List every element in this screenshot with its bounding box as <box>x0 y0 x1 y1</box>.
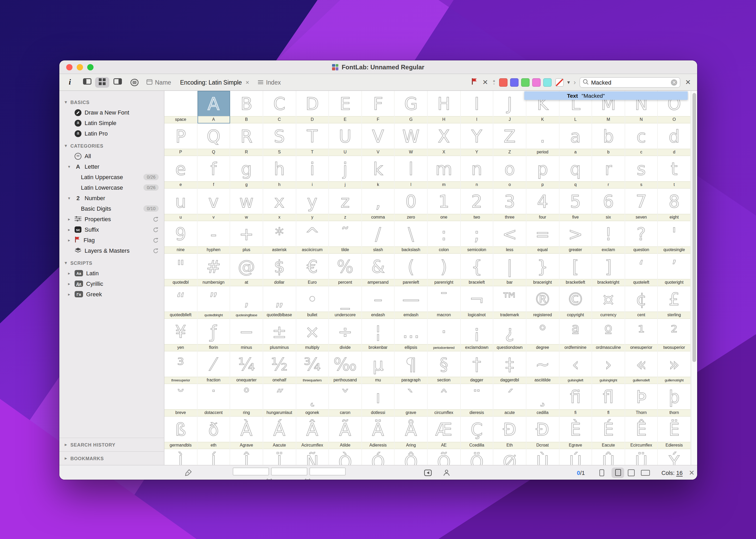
glyph-cell-Idieresis[interactable]: ÏIdieresis <box>263 449 296 465</box>
glyph-cell-e[interactable]: ee <box>164 156 197 189</box>
glyph-cell-onehalf[interactable]: ½onehalf <box>263 351 296 384</box>
columns-control[interactable]: Cols: 16 <box>661 469 683 476</box>
sidebar-item-layers-masters[interactable]: Layers & Masters <box>59 245 164 256</box>
glyph-cell-Thorn[interactable]: ÞThorn <box>625 384 658 417</box>
glyph-cell-mu[interactable]: µmu <box>362 351 395 384</box>
glyph-cell-florin[interactable]: ƒflorin <box>197 319 230 351</box>
glyph-cell-Ocircumflex[interactable]: ÔOcircumflex <box>395 449 428 465</box>
glyph-cell-dagger[interactable]: †dagger <box>461 351 493 384</box>
glyph-cell-four[interactable]: 4four <box>526 189 559 221</box>
glyph-cell-Acircumflex[interactable]: ÂAcircumflex <box>296 417 329 449</box>
glyph-cell-Y[interactable]: YY <box>461 123 493 156</box>
section-basics[interactable]: ▾ BASICS <box>59 97 164 107</box>
glyph-cell-numbersign[interactable]: #numbersign <box>197 254 230 286</box>
glyph-cell-guillemotright[interactable]: »guillemotright <box>658 351 691 384</box>
glyph-cell-l[interactable]: ll <box>395 156 428 189</box>
glyph-cell-B[interactable]: BB <box>230 91 263 123</box>
glyph-cell-bracketright[interactable]: ]bracketright <box>592 254 625 286</box>
glyph-cell-quoteright[interactable]: ’quoteright <box>658 254 691 286</box>
glyph-cell-backslash[interactable]: \backslash <box>395 221 428 254</box>
glyph-cell-two[interactable]: 2two <box>461 189 493 221</box>
glyph-cell-grave[interactable]: `grave <box>395 384 428 417</box>
glyph-cell-dotaccent[interactable]: ˙dotaccent <box>197 384 230 417</box>
glyph-cell-fl[interactable]: ﬂfl <box>592 384 625 417</box>
glyph-cell-slash[interactable]: /slash <box>362 221 395 254</box>
refresh-icon[interactable] <box>153 227 159 232</box>
glyph-cell-exclamdown[interactable]: ¡exclamdown <box>461 319 493 351</box>
glyph-cell-a[interactable]: aa <box>559 123 592 156</box>
glyph-cell-asterisk[interactable]: *asterisk <box>263 221 296 254</box>
glyph-cell-germandbls[interactable]: ßgermandbls <box>164 417 197 449</box>
sidebar-item-flag[interactable]: ▸ Flag <box>59 235 164 245</box>
glyph-cell-exclam[interactable]: !exclam <box>592 221 625 254</box>
sidebar-item-suffix[interactable]: ▸ sc Suffix <box>59 224 164 235</box>
glyph-cell-yen[interactable]: ¥yen <box>164 319 197 351</box>
glyph-cell-Edieresis[interactable]: ËEdieresis <box>658 417 691 449</box>
glyph-cell-Ucircumflex[interactable]: ÛUcircumflex <box>592 449 625 465</box>
glyph-cell-percent[interactable]: %percent <box>329 254 362 286</box>
glyph-cell-breve[interactable]: ˘breve <box>164 384 197 417</box>
tab-name[interactable]: Name <box>144 76 173 88</box>
minimize-window-button[interactable] <box>77 64 83 70</box>
glyph-cell-quoteleft[interactable]: ‘quoteleft <box>625 254 658 286</box>
glyph-cell-Ccedilla[interactable]: ÇCcedilla <box>461 417 493 449</box>
glyph-cell-plusminus[interactable]: ±plusminus <box>263 319 296 351</box>
glyph-cell-Ntilde[interactable]: ÑNtilde <box>296 449 329 465</box>
glyph-cell-Oacute[interactable]: ÓOacute <box>362 449 395 465</box>
glyph-cell-n[interactable]: nn <box>461 156 493 189</box>
glyph-cell-m[interactable]: mm <box>428 156 461 189</box>
glyph-cell-D[interactable]: DD <box>296 91 329 123</box>
section-scripts[interactable]: ▾ SCRIPTS <box>59 258 164 268</box>
glyph-cell-semicolon[interactable]: ;semicolon <box>461 221 493 254</box>
glyph-cell-hungarumlaut[interactable]: ˝hungarumlaut <box>263 384 296 417</box>
glyph-cell-quotedbl[interactable]: "quotedbl <box>164 254 197 286</box>
view-size-large-button[interactable] <box>628 469 635 476</box>
section-search-history[interactable]: ▸ SEARCH HISTORY <box>59 438 164 451</box>
glyph-cell-Uacute[interactable]: ÚUacute <box>559 449 592 465</box>
glyph-cell-greater[interactable]: >greater <box>559 221 592 254</box>
glyph-cell-k[interactable]: kk <box>362 156 395 189</box>
glyph-cell-section[interactable]: §section <box>428 351 461 384</box>
glyph-cell-bar[interactable]: |bar <box>493 254 526 286</box>
color-swatch[interactable] <box>510 78 518 86</box>
glyph-cell-Euro[interactable]: €Euro <box>296 254 329 286</box>
glyph-cell-six[interactable]: 6six <box>592 189 625 221</box>
glyph-cell-g[interactable]: gg <box>230 156 263 189</box>
glyph-cell-ring[interactable]: ˚ring <box>230 384 263 417</box>
glyph-cell-divide[interactable]: ÷divide <box>329 319 362 351</box>
glyph-cell-Dcroat[interactable]: ĐDcroat <box>526 417 559 449</box>
glyph-cell-t[interactable]: tt <box>658 156 691 189</box>
preview-person-icon[interactable] <box>443 469 450 476</box>
sidebar-item-cyrillic-script[interactable]: ▸ Дд Cyrillic <box>59 278 164 289</box>
zoom-window-button[interactable] <box>87 64 94 70</box>
glyph-cell-comma[interactable]: ,comma <box>362 189 395 221</box>
panel-close-button[interactable]: ✕ <box>684 78 692 86</box>
stepper-icons[interactable]: +- <box>493 80 495 85</box>
glyph-cell-C[interactable]: CC <box>263 91 296 123</box>
vertical-scrollbar[interactable] <box>691 91 697 465</box>
glyph-cell-h[interactable]: hh <box>263 156 296 189</box>
glyph-cell-p[interactable]: pp <box>526 156 559 189</box>
scrollbar-thumb[interactable] <box>692 93 696 362</box>
glyph-cell-AE[interactable]: ÆAE <box>428 417 461 449</box>
glyph-cell-less[interactable]: <less <box>493 221 526 254</box>
glyph-cell-f[interactable]: ff <box>197 156 230 189</box>
glyph-cell-Atilde[interactable]: ÃAtilde <box>329 417 362 449</box>
glyph-cell-perthousand[interactable]: ‰perthousand <box>329 351 362 384</box>
sidebar-item-all[interactable]: ∞ All <box>59 151 164 161</box>
glyph-cell-r[interactable]: rr <box>592 156 625 189</box>
glyph-cell-three[interactable]: 3three <box>493 189 526 221</box>
glyph-cell-Z[interactable]: ZZ <box>493 123 526 156</box>
glyph-cell-guilsinglleft[interactable]: ‹guilsinglleft <box>559 351 592 384</box>
left-panel-toggle-button[interactable] <box>80 77 94 88</box>
glyph-cell-questiondown[interactable]: ¿questiondown <box>493 319 526 351</box>
glyph-cell-Agrave[interactable]: ÀAgrave <box>230 417 263 449</box>
glyph-cell-registered[interactable]: ®registered <box>526 286 559 319</box>
glyph-cell-zero[interactable]: 0zero <box>395 189 428 221</box>
glyph-cell-W[interactable]: WW <box>395 123 428 156</box>
glyph-cell-cedilla[interactable]: ¸cedilla <box>526 384 559 417</box>
glyph-cell-threequarters[interactable]: ¾threequarters <box>296 351 329 384</box>
grid-view-button[interactable] <box>95 77 109 88</box>
refresh-icon[interactable] <box>153 237 159 243</box>
glyph-cell-o[interactable]: oo <box>493 156 526 189</box>
